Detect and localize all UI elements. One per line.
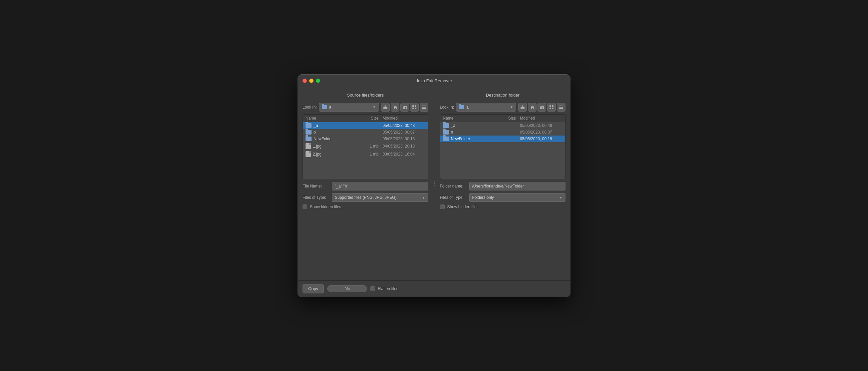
destination-col-size: Size [496,116,516,120]
source-col-modified: Modified [379,116,425,120]
source-home-button[interactable] [391,103,399,112]
window-title: Java Exit Remover [416,78,452,83]
source-file-row[interactable]: 1.jpg 1 mb 04/05/2023, 20:18 [303,142,428,150]
folder-icon [306,137,312,141]
destination-home-button[interactable] [528,103,536,112]
bottom-bar: Copy 0% Flatten files [298,280,570,297]
source-col-name: Name [306,116,359,120]
destination-look-in-value: a [466,105,469,110]
source-show-hidden-checkbox[interactable] [303,204,307,209]
folder-icon [322,105,327,109]
flatten-files-row: Flatten files [370,286,398,291]
source-list-view-button[interactable] [420,103,428,112]
source-panel-header: Source files/folders [303,91,428,100]
source-toolbar [381,103,428,112]
svg-rect-19 [550,108,551,109]
folder-icon [306,123,312,128]
file-icon [306,143,311,149]
source-filesoftype-value: Supported files (PNG, JPG, JPEG) [335,195,396,200]
destination-col-name: Name [443,116,496,120]
destination-file-row[interactable]: b 05/05/2023, 00:07 [440,129,565,136]
destination-panel-header: Destination folder [440,91,566,100]
destination-show-hidden-row: Show hidden files [440,204,566,209]
svg-rect-18 [552,105,554,107]
svg-rect-21 [559,106,563,106]
svg-rect-22 [559,107,563,108]
progress-text: 0% [344,287,350,291]
svg-rect-9 [422,106,426,106]
destination-up-button[interactable] [518,103,527,112]
chevron-down-icon: ▼ [559,196,562,199]
svg-rect-2 [403,106,404,107]
main-content: Source files/folders Look In: a ▼ [298,87,570,280]
source-look-in-row: Look In: a ▼ [303,103,428,112]
svg-rect-10 [422,107,426,108]
title-bar: Java Exit Remover [298,75,570,87]
source-show-hidden-label: Show hidden files [310,204,341,209]
minimize-button[interactable] [309,79,313,83]
destination-file-row[interactable]: _a 05/05/2023, 00:48 [440,122,565,129]
chevron-down-icon: ▼ [422,196,425,199]
svg-rect-5 [412,105,414,107]
chevron-down-icon: ▼ [510,105,513,109]
copy-button[interactable]: Copy [303,284,324,293]
source-filesoftype-select[interactable]: Supported files (PNG, JPG, JPEG) ▼ [332,193,428,202]
destination-filesoftype-value: Folders only [472,195,494,200]
destination-file-list-container: Name Size Modified _a 05/05/2023, 00:48 … [440,114,566,179]
folder-icon [443,130,449,135]
svg-rect-11 [422,108,426,109]
source-look-in-label: Look In: [303,105,317,110]
source-panel: Source files/folders Look In: a ▼ [298,87,433,280]
source-filename-label: File Name: [303,184,329,189]
source-file-list-header: Name Size Modified [303,115,428,122]
folder-icon [459,105,464,109]
source-file-row[interactable]: _a 05/05/2023, 00:48 [303,122,428,129]
maximize-button[interactable] [316,79,320,83]
destination-foldername-label: Folder name: [440,184,467,189]
flatten-files-checkbox[interactable] [370,286,375,291]
destination-file-list-header: Name Size Modified [440,115,565,122]
destination-filesoftype-select[interactable]: Folders only ▼ [469,193,566,202]
svg-rect-8 [415,108,416,109]
svg-rect-7 [412,108,414,109]
svg-rect-20 [552,108,554,109]
destination-newfolder-button[interactable] [537,103,546,112]
source-filesoftype-row: Files of Type: Supported files (PNG, JPG… [303,193,428,202]
source-file-list: _a 05/05/2023, 00:48 b 05/05/2023, 00:07… [303,122,428,179]
source-look-in-value: a [329,105,332,110]
destination-foldername-input[interactable] [469,182,566,191]
destination-show-hidden-label: Show hidden files [447,204,478,209]
source-newfolder-button[interactable] [400,103,409,112]
destination-filesoftype-label: Files of Type: [440,195,467,200]
destination-look-in-label: Look In: [440,105,454,110]
destination-foldername-row: Folder name: [440,182,566,191]
destination-col-modified: Modified [516,116,562,120]
source-file-row[interactable]: b 05/05/2023, 00:07 [303,129,428,136]
destination-toolbar [518,103,565,112]
destination-file-row[interactable]: NewFolder 05/05/2023, 00:18 [440,136,565,142]
source-file-row[interactable]: NewFolder 05/05/2023, 00:18 [303,136,428,142]
source-file-row[interactable]: 2.jpg 1 mb 03/05/2023, 16:04 [303,150,428,158]
svg-rect-17 [550,105,551,107]
source-grid-view-button[interactable] [410,103,419,112]
close-button[interactable] [303,79,307,83]
svg-rect-23 [559,108,563,109]
source-filesoftype-label: Files of Type: [303,195,329,200]
traffic-lights [303,79,320,83]
destination-show-hidden-checkbox[interactable] [440,204,445,209]
destination-look-in-select[interactable]: a ▼ [456,103,516,112]
destination-list-view-button[interactable] [557,103,565,112]
source-file-list-container: Name Size Modified _a 05/05/2023, 00:48 … [303,114,428,179]
destination-look-in-row: Look In: a ▼ [440,103,566,112]
destination-file-list: _a 05/05/2023, 00:48 b 05/05/2023, 00:07… [440,122,565,179]
folder-icon [306,130,312,135]
file-icon [306,151,311,157]
destination-grid-view-button[interactable] [547,103,556,112]
destination-panel: Destination folder Look In: a ▼ [435,87,570,280]
source-filename-input[interactable] [332,182,428,191]
svg-rect-12 [521,107,525,109]
source-up-button[interactable] [381,103,390,112]
source-look-in-select[interactable]: a ▼ [319,103,379,112]
chevron-down-icon: ▼ [373,105,376,109]
source-filename-row: File Name: [303,182,428,191]
